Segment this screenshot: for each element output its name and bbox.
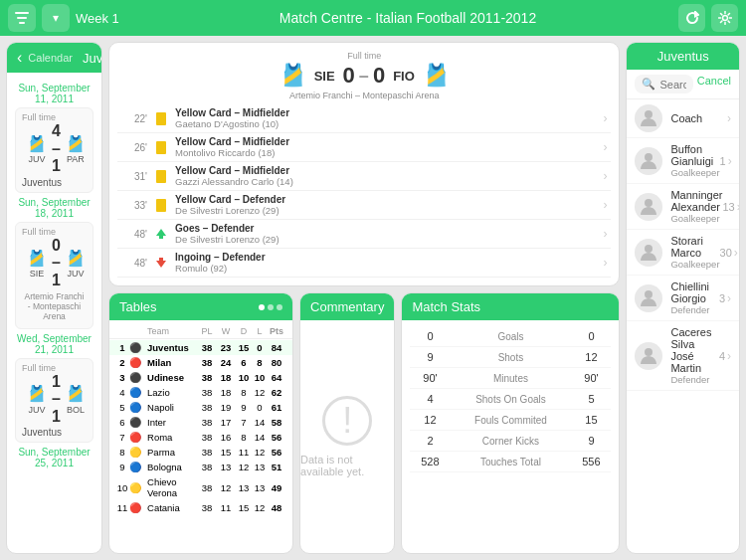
match-name-1: Juventus: [22, 177, 87, 188]
arrow-down-icon: ▾: [53, 11, 59, 25]
event-time-3: 31': [121, 171, 147, 182]
player-row-2[interactable]: Manninger Alexander Goalkeeper 13 ›: [627, 184, 739, 230]
stat-right-goals: 0: [571, 330, 611, 342]
rank-5: 5: [115, 402, 129, 413]
table-row[interactable]: 3 ⚫ Udinese 38 18 10 10 64: [109, 370, 292, 385]
stat-row-minutes: 90' Minutes 90': [410, 368, 611, 389]
d-6: 7: [235, 417, 253, 428]
team-name-2: Milan: [145, 357, 197, 368]
top-bar-right: [678, 4, 738, 32]
coach-row[interactable]: Coach ›: [627, 99, 739, 138]
player-pos-1: Goalkeeper: [670, 167, 719, 178]
top-bar-left: ▾ Week 1: [8, 4, 137, 32]
pts-4: 62: [267, 387, 286, 398]
table-row[interactable]: 10 🟡 Chievo Verona 38 12 13 13 49: [109, 474, 292, 500]
settings-button[interactable]: [711, 4, 738, 32]
stat-right-corners: 9: [571, 435, 611, 447]
table-row[interactable]: 1 ⚫ Juventus 38 23 15 0 84: [109, 340, 292, 355]
pts-7: 56: [267, 432, 286, 443]
rank-4: 4: [115, 387, 129, 398]
event-row[interactable]: 26' Yellow Card – Midfielder Montolivo R…: [117, 133, 611, 162]
pl-6: 38: [197, 417, 217, 428]
commentary-content: ! Data is not available yet.: [300, 320, 394, 553]
no-data-text: Data is not available yet.: [300, 454, 394, 477]
l-6: 14: [253, 417, 267, 428]
player-row-4[interactable]: Chiellini Giorgio Defender 3 ›: [627, 276, 739, 321]
pts-2: 80: [267, 357, 286, 368]
table-row[interactable]: 4 🔵 Lazio 38 18 8 12 62: [109, 385, 292, 400]
event-chevron-4: ›: [603, 198, 607, 212]
event-row[interactable]: 33' Yellow Card – Defender De Silvestri …: [117, 191, 611, 220]
dot-2: [268, 304, 274, 310]
rank-3: 3: [115, 372, 129, 383]
badge-11: 🔴: [129, 502, 145, 513]
refresh-button[interactable]: [678, 4, 705, 32]
yellow-card-icon-4: [151, 198, 171, 212]
l-1: 0: [253, 342, 267, 353]
coach-label: Coach: [670, 112, 725, 124]
stat-row-fouls: 12 Fouls Commited 15: [410, 410, 611, 431]
player-row-3[interactable]: Storari Marco Goalkeeper 30 ›: [627, 230, 739, 276]
search-input[interactable]: [659, 79, 685, 91]
commentary-header: Commentary: [300, 293, 394, 320]
event-text-3: Yellow Card – Midfielder Gazzi Alessandr…: [175, 165, 603, 187]
yellow-card-icon-1: [151, 111, 171, 125]
badge-8: 🟡: [129, 447, 145, 458]
svg-rect-2: [19, 22, 25, 24]
team-name-8: Parma: [145, 447, 197, 458]
stat-left-touches: 528: [410, 456, 450, 467]
player-name-5: Caceres Silva José Martin: [670, 326, 711, 374]
table-row[interactable]: 9 🔵 Bologna 38 13 12 13 51: [109, 460, 292, 474]
week-dropdown-button[interactable]: ▾: [42, 4, 70, 32]
stat-right-minutes: 90': [571, 372, 611, 384]
filter-button[interactable]: [8, 4, 36, 32]
table-row[interactable]: 5 🔵 Napoli 38 19 9 0 61: [109, 400, 292, 415]
team2-label-2: JUV: [61, 269, 91, 279]
event-row[interactable]: 31' Yellow Card – Midfielder Gazzi Aless…: [117, 162, 611, 191]
pl-7: 38: [197, 432, 217, 443]
player-chevron-1: ›: [728, 154, 732, 168]
svg-rect-0: [15, 12, 29, 14]
stats-title: Match Stats: [412, 299, 480, 314]
center-panel: Full time 🎽 SIE 0 – 0 FIO 🎽 Artemio Fran…: [108, 42, 620, 554]
table-row[interactable]: 8 🟡 Parma 38 15 11 12 56: [109, 445, 292, 460]
cancel-button[interactable]: Cancel: [697, 75, 731, 93]
player-chevron-2: ›: [737, 200, 740, 214]
pl-2: 38: [197, 357, 217, 368]
svg-rect-1: [17, 17, 27, 19]
commentary-panel: Commentary ! Data is not available yet.: [299, 292, 395, 554]
col-pl: PL: [197, 326, 217, 336]
rank-2: 2: [115, 357, 129, 368]
svg-point-14: [645, 348, 653, 356]
search-bar: 🔍 Cancel: [627, 70, 739, 99]
player-info-2: Manninger Alexander Goalkeeper: [670, 189, 722, 224]
tables-panel: Tables Team PL W D L: [108, 292, 293, 554]
badge-10: 🟡: [129, 482, 145, 493]
team2-label-1: PAR: [61, 154, 91, 164]
date-2: Sun, September 18, 2011: [15, 197, 93, 219]
event-row[interactable]: 48' Goes – Defender De Silvestri Lorenzo…: [117, 220, 611, 249]
stat-row-shots-on-goals: 4 Shots On Goals 5: [410, 389, 611, 410]
table-row[interactable]: 6 ⚫ Inter 38 17 7 14 58: [109, 415, 292, 430]
match-centre-top: Full time 🎽 SIE 0 – 0 FIO 🎽 Artemio Fran…: [108, 42, 620, 286]
match-item-3[interactable]: Full time 🎽 JUV 1 – 1 🎽 BOL Juventus: [15, 358, 93, 444]
svg-rect-6: [159, 236, 163, 239]
stat-label-corners: Corner Kicks: [450, 436, 571, 447]
player-row-1[interactable]: Buffon Gianluigi Goalkeeper 1 ›: [627, 138, 739, 184]
team1-label-1: JUV: [22, 154, 52, 164]
table-row[interactable]: 7 🔴 Roma 38 16 8 14 56: [109, 430, 292, 445]
match-item-1[interactable]: Full time 🎽 JUV 4 – 1 🎽 PAR Juventus: [15, 107, 93, 193]
l-4: 12: [253, 387, 267, 398]
table-row[interactable]: 11 🔴 Catania 38 11 15 12 48: [109, 500, 292, 515]
svg-rect-8: [159, 258, 163, 261]
pl-1: 38: [197, 342, 217, 353]
l-8: 12: [253, 447, 267, 458]
match-item-2[interactable]: Full time 🎽 SIE 0 – 1 🎽 JUV Artemio Fran…: [15, 222, 93, 329]
left-panel-header: ‹ Calendar Juventus: [7, 43, 101, 73]
player-row-5[interactable]: Caceres Silva José Martin Defender 4 ›: [627, 321, 739, 391]
d-2: 6: [235, 357, 253, 368]
table-row[interactable]: 2 🔴 Milan 38 24 6 8 80: [109, 355, 292, 370]
event-row[interactable]: 22' Yellow Card – Midfielder Gaetano D'A…: [117, 104, 611, 133]
event-time-1: 22': [121, 113, 147, 124]
event-row[interactable]: 48' Ingoing – Defender Romulo (92) ›: [117, 249, 611, 278]
